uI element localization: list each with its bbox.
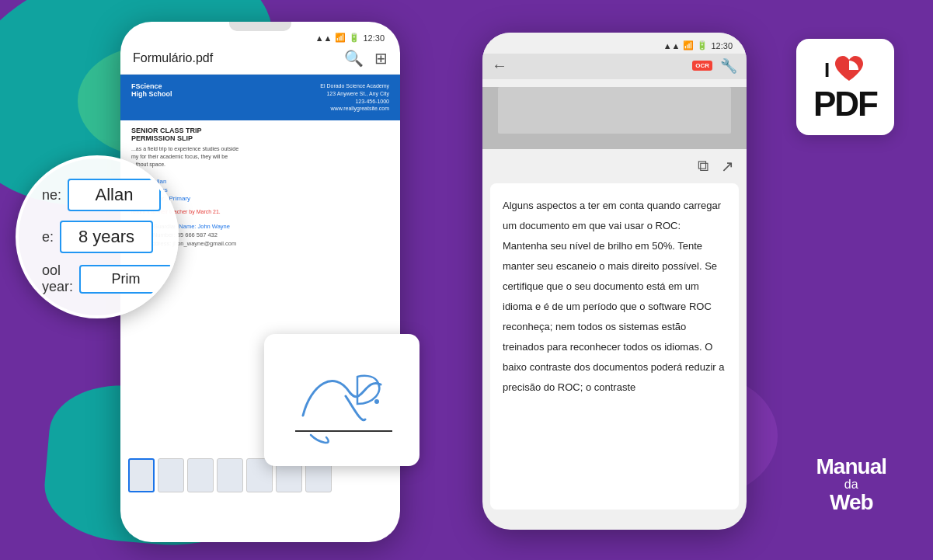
right-battery-icon: 🔋 [697, 40, 708, 50]
ocr-text: Alguns aspectos a ter em conta quando ca… [503, 200, 724, 393]
contact-value: 35 666 587 432 [177, 231, 218, 238]
form-row-name: Name: Allan [131, 178, 389, 185]
signature-svg [272, 346, 412, 454]
school-year-value: Primary [169, 195, 190, 202]
heart-pie-icon [832, 53, 866, 87]
thumb-3[interactable] [187, 458, 214, 492]
zoom-year-label: ool year: [42, 263, 73, 295]
right-wifi-icon: 📶 [683, 40, 694, 50]
pdf-title-section: SENIOR CLASS TRIPPERMISSION SLIP [120, 120, 400, 145]
right-status-icons: ▲▲ 📶 🔋 12:30 [663, 40, 733, 50]
signature-box [264, 334, 420, 466]
ilovepdf-badge: I PDF [796, 39, 894, 135]
status-time: 12:30 [363, 33, 385, 43]
right-status-time: 12:30 [711, 41, 733, 50]
brand-line3: Web [816, 492, 886, 513]
wifi-icon: 📶 [335, 33, 346, 43]
doc-preview [482, 87, 747, 149]
thumb-2[interactable] [158, 458, 184, 492]
toolbar-icons: 🔍 ⊞ [344, 49, 388, 68]
ilovepdf-text: PDF [813, 87, 877, 121]
pdf-body-text: ...as a field trip to experience studies… [120, 145, 400, 171]
zoom-year-row: ool year: Prim [42, 263, 172, 295]
zoom-name-row: ne: Allan [42, 179, 161, 211]
address-value: jhon_wayne@gmail.com [172, 240, 236, 247]
manual-brand: Manual da Web [816, 456, 886, 513]
ilovepdf-header: I [824, 53, 866, 87]
status-icons: ▲▲ 📶 🔋 12:30 [315, 33, 385, 43]
ocr-badge: OCR [692, 61, 712, 71]
svg-point-0 [374, 399, 379, 404]
search-icon[interactable]: 🔍 [344, 49, 364, 68]
zoom-year-value: Prim [79, 265, 172, 294]
parent-value: John Wayne [197, 223, 229, 230]
right-signal-icon: ▲▲ [663, 41, 681, 50]
grid-icon[interactable]: ⊞ [374, 49, 388, 68]
form-row-age: Age: 8 years [131, 186, 389, 193]
zoom-age-row: e: 8 years [42, 221, 153, 253]
zoom-age-value: 8 years [60, 221, 153, 253]
zoom-age-label: e: [42, 229, 54, 245]
phone-right: ▲▲ 📶 🔋 12:30 ← OCR 🔧 ⧉ ↗ Alguns aspectos… [482, 33, 747, 530]
thumb-4[interactable] [217, 458, 243, 492]
zoom-circle: ne: Allan e: 8 years ool year: Prim [16, 155, 179, 318]
share-icon[interactable]: ↗ [721, 157, 734, 176]
thumb-1[interactable] [128, 458, 155, 492]
copy-icon[interactable]: ⧉ [698, 157, 708, 176]
right-toolbar: ← OCR 🔧 [482, 54, 747, 79]
phone-notch [229, 22, 291, 31]
action-row: ⧉ ↗ [482, 149, 747, 183]
school-address: El Dorado Science Academy123 Anywere St.… [320, 82, 389, 113]
brand-line1: Manual [816, 456, 886, 478]
parent-label2: Name: [179, 223, 197, 230]
ilovepdf-i: I [824, 58, 829, 82]
left-toolbar: Formulário.pdf 🔍 ⊞ [120, 46, 400, 75]
school-name: FScienceHigh School [131, 82, 172, 113]
ocr-text-content: Alguns aspectos a ter em conta quando ca… [490, 183, 739, 510]
wrench-icon[interactable]: 🔧 [720, 57, 737, 75]
pdf-filename: Formulário.pdf [133, 51, 213, 65]
battery-icon: 🔋 [349, 33, 360, 43]
zoom-name-label: ne: [42, 187, 61, 203]
back-button[interactable]: ← [492, 57, 507, 75]
pdf-doc-title: SENIOR CLASS TRIPPERMISSION SLIP [131, 127, 389, 142]
doc-preview-inner [498, 87, 731, 134]
status-bar-right: ▲▲ 📶 🔋 12:30 [482, 33, 747, 54]
zoom-name-value: Allan [68, 179, 161, 211]
pdf-header: FScienceHigh School El Dorado Science Ac… [120, 75, 400, 120]
signal-icon: ▲▲ [315, 33, 332, 43]
